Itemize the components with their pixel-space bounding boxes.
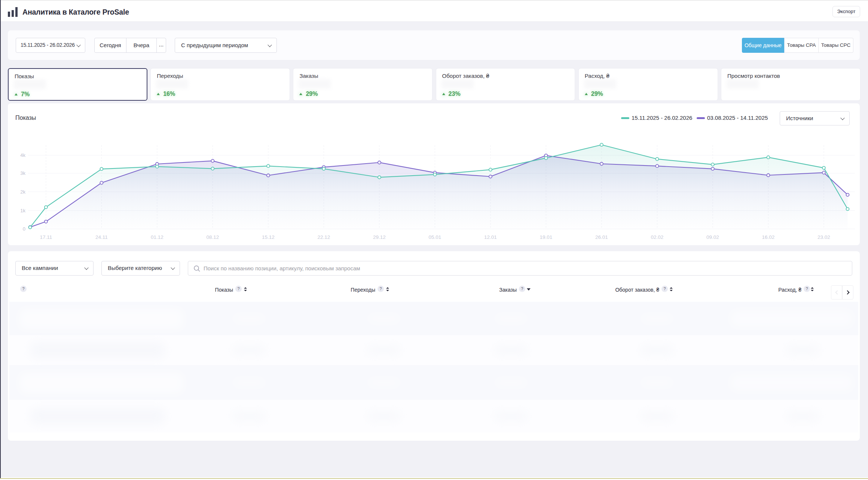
svg-text:0: 0 [23,226,25,232]
svg-text:29.12: 29.12 [373,234,386,240]
svg-text:05.01: 05.01 [429,234,441,240]
svg-text:12.01: 12.01 [484,234,497,240]
svg-text:16.02: 16.02 [762,234,775,240]
svg-text:1k: 1k [20,208,25,213]
svg-text:3k: 3k [20,170,25,176]
svg-text:4k: 4k [20,152,25,158]
svg-text:24.11: 24.11 [95,234,108,240]
svg-text:09.02: 09.02 [706,234,719,240]
svg-text:23.02: 23.02 [817,234,830,240]
svg-text:17.11: 17.11 [40,234,52,240]
svg-text:08.12: 08.12 [207,234,219,240]
svg-text:22.12: 22.12 [318,234,330,240]
svg-text:01.12: 01.12 [151,234,163,240]
svg-text:19.01: 19.01 [540,234,553,240]
svg-text:02.02: 02.02 [651,234,664,240]
svg-text:26.01: 26.01 [595,234,608,240]
svg-text:2k: 2k [20,189,25,195]
svg-text:15.12: 15.12 [262,234,275,240]
